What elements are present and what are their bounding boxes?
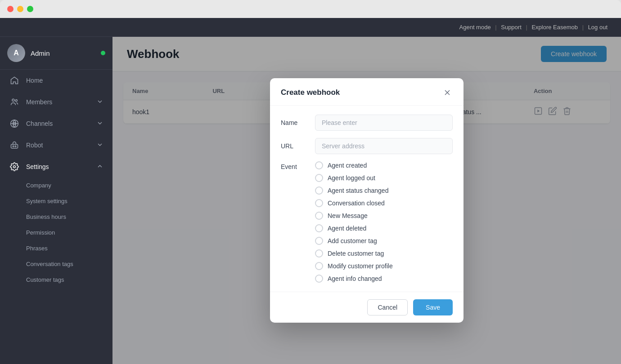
radio-conversation-closed[interactable] <box>315 199 323 207</box>
event-conversation-closed-label: Conversation closed <box>328 200 385 207</box>
event-agent-deleted-label: Agent deleted <box>328 225 366 232</box>
modal-footer: Cancel Save <box>270 292 464 323</box>
avatar: A <box>7 44 25 62</box>
event-agent-info-changed[interactable]: Agent info changed <box>315 275 453 283</box>
members-icon <box>9 97 20 107</box>
url-input[interactable] <box>315 138 453 154</box>
event-delete-customer-tag-label: Delete customer tag <box>328 250 384 257</box>
sidebar-user: A Admin <box>0 37 112 70</box>
robot-chevron-icon <box>96 141 104 150</box>
cancel-button[interactable]: Cancel <box>367 299 408 315</box>
top-bar-links: Agent mode | Support | Explore Easemob |… <box>457 24 610 31</box>
app-container: Agent mode | Support | Explore Easemob |… <box>0 18 621 364</box>
subnav-phrases[interactable]: Phrases <box>0 240 112 256</box>
event-agent-logged-out-label: Agent logged out <box>328 174 375 182</box>
radio-agent-deleted[interactable] <box>315 224 323 232</box>
create-webhook-modal: Create webhook Name URL <box>270 78 464 323</box>
subnav-system-settings[interactable]: System settings <box>0 193 112 209</box>
top-bar: Agent mode | Support | Explore Easemob |… <box>0 18 621 37</box>
close-button[interactable] <box>7 6 14 12</box>
sep3: | <box>580 24 585 31</box>
svg-point-6 <box>14 166 16 168</box>
event-agent-created-label: Agent created <box>328 162 367 169</box>
explore-link[interactable]: Explore Easemob <box>529 24 580 31</box>
sidebar: A Admin Home Members <box>0 37 112 364</box>
support-link[interactable]: Support <box>498 24 524 31</box>
radio-agent-created[interactable] <box>315 161 323 169</box>
event-conversation-closed[interactable]: Conversation closed <box>315 199 453 207</box>
subnav-permission[interactable]: Permission <box>0 225 112 240</box>
logout-link[interactable]: Log out <box>585 24 610 31</box>
radio-new-message[interactable] <box>315 212 323 220</box>
event-add-customer-tag[interactable]: Add customer tag <box>315 237 453 245</box>
event-options: Agent created Agent logged out Agent sta… <box>315 161 453 283</box>
sidebar-item-channels-label: Channels <box>26 120 90 127</box>
save-button[interactable]: Save <box>413 299 453 315</box>
subnav-customer-tags[interactable]: Customer tags <box>0 272 112 288</box>
subnav-business-hours[interactable]: Business hours <box>0 209 112 225</box>
radio-modify-customer-profile[interactable] <box>315 262 323 270</box>
event-agent-status-changed[interactable]: Agent status changed <box>315 186 453 195</box>
robot-icon <box>9 140 20 151</box>
sidebar-item-channels[interactable]: Channels <box>0 113 112 134</box>
modal-title: Create webhook <box>281 88 340 97</box>
event-agent-status-changed-label: Agent status changed <box>328 187 388 194</box>
subnav-conversation-tags[interactable]: Conversation tags <box>0 256 112 272</box>
sep1: | <box>494 24 499 31</box>
channels-chevron-icon <box>96 120 104 128</box>
agent-mode-link[interactable]: Agent mode <box>457 24 494 31</box>
radio-agent-status-changed[interactable] <box>315 186 323 195</box>
event-new-message-label: New Message <box>328 212 368 219</box>
radio-agent-info-changed[interactable] <box>315 275 323 283</box>
sidebar-item-robot-label: Robot <box>26 142 90 149</box>
sidebar-item-members[interactable]: Members <box>0 91 112 113</box>
home-icon <box>9 75 20 86</box>
svg-point-1 <box>15 100 17 102</box>
user-name: Admin <box>31 49 95 57</box>
fullscreen-button[interactable] <box>27 6 33 12</box>
event-agent-created[interactable]: Agent created <box>315 161 453 169</box>
sidebar-item-members-label: Members <box>26 98 90 106</box>
event-modify-customer-profile[interactable]: Modify customer profile <box>315 262 453 270</box>
radio-agent-logged-out[interactable] <box>315 174 323 182</box>
subnav-company[interactable]: Company <box>0 178 112 193</box>
sidebar-item-robot[interactable]: Robot <box>0 134 112 156</box>
modal-overlay: Create webhook Name URL <box>112 37 621 364</box>
radio-add-customer-tag[interactable] <box>315 237 323 245</box>
sidebar-item-home[interactable]: Home <box>0 70 112 91</box>
settings-chevron-icon <box>96 163 104 171</box>
name-input[interactable] <box>315 115 453 131</box>
event-modify-customer-profile-label: Modify customer profile <box>328 262 393 270</box>
minimize-button[interactable] <box>17 6 23 12</box>
url-label: URL <box>281 138 308 150</box>
modal-close-button[interactable] <box>442 87 453 98</box>
sidebar-item-settings-label: Settings <box>26 163 90 170</box>
settings-icon <box>9 161 20 172</box>
svg-point-5 <box>15 146 16 147</box>
modal-header: Create webhook <box>270 78 464 106</box>
event-agent-deleted[interactable]: Agent deleted <box>315 224 453 232</box>
svg-point-4 <box>13 146 14 147</box>
event-delete-customer-tag[interactable]: Delete customer tag <box>315 249 453 257</box>
name-label: Name <box>281 115 308 126</box>
event-agent-logged-out[interactable]: Agent logged out <box>315 174 453 182</box>
modal-body: Name URL Event Age <box>270 106 464 292</box>
url-field-group: URL <box>281 138 453 154</box>
name-field-group: Name <box>281 115 453 131</box>
window-chrome <box>0 0 621 18</box>
avatar-inner: A <box>7 44 25 62</box>
sidebar-item-settings[interactable]: Settings <box>0 156 112 178</box>
members-chevron-icon <box>96 98 104 107</box>
event-label: Event <box>281 161 308 170</box>
sidebar-item-home-label: Home <box>26 77 104 84</box>
sep2: | <box>524 24 529 31</box>
event-field-group: Event Agent created Agent logged out <box>281 161 453 283</box>
radio-delete-customer-tag[interactable] <box>315 249 323 257</box>
app-body: A Admin Home Members <box>0 37 621 364</box>
event-add-customer-tag-label: Add customer tag <box>328 237 377 244</box>
svg-rect-3 <box>11 144 18 148</box>
event-agent-info-changed-label: Agent info changed <box>328 275 382 282</box>
online-status-dot <box>101 51 105 55</box>
event-new-message[interactable]: New Message <box>315 212 453 220</box>
svg-point-0 <box>12 99 14 101</box>
